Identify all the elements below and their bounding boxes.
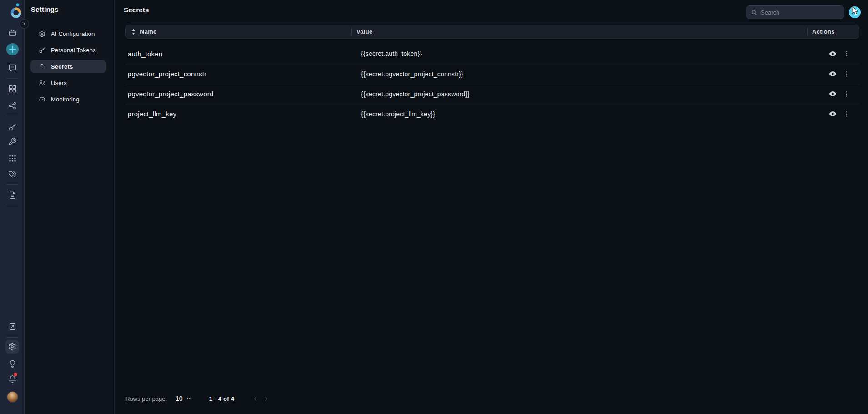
chat-icon[interactable]: [0, 62, 25, 73]
sidebar-item-label: Secrets: [51, 63, 73, 70]
notification-badge: [14, 373, 17, 376]
settings-gear-icon[interactable]: [0, 340, 25, 354]
eye-icon[interactable]: [828, 90, 837, 98]
tags-icon[interactable]: [0, 168, 25, 179]
briefcase-icon[interactable]: [0, 27, 25, 38]
secret-value-cell: {{secret.pgvector_project_connstr}}: [351, 70, 806, 78]
rows-per-page-value: 10: [176, 395, 183, 402]
kebab-menu-icon[interactable]: [843, 70, 850, 78]
gauge-icon: [39, 96, 45, 103]
avatar: [7, 391, 18, 403]
secret-name-cell: pgvector_project_password: [125, 90, 351, 98]
key-icon: [39, 47, 45, 54]
sidebar-item-users[interactable]: Users: [30, 76, 106, 89]
chevron-left-icon: [252, 395, 259, 402]
chevron-down-icon: [186, 396, 191, 401]
wrench-icon[interactable]: [0, 136, 25, 147]
sidebar-item-label: AI Configuration: [51, 30, 95, 37]
pagination-range: 1 - 4 of 4: [209, 395, 235, 402]
search-box: [746, 5, 844, 19]
row-actions: [806, 110, 859, 118]
users-icon: [39, 80, 45, 86]
icon-rail: [0, 0, 25, 414]
sidebar-item-personal-tokens[interactable]: Personal Tokens: [30, 44, 106, 56]
row-actions: [806, 50, 859, 58]
sidebar-item-label: Users: [51, 80, 67, 86]
secret-name-cell: project_llm_key: [125, 110, 351, 118]
user-avatar[interactable]: [849, 6, 861, 18]
book-import-icon[interactable]: [0, 321, 25, 332]
sidebar-item-monitoring[interactable]: Monitoring: [30, 93, 106, 105]
row-actions: [806, 90, 859, 98]
app-logo-icon: [9, 3, 23, 20]
column-header-name[interactable]: Name: [126, 28, 351, 35]
gear-icon: [39, 30, 45, 37]
rail-divider: [6, 184, 18, 185]
secret-value-cell: {{secret.pgvector_project_password}}: [351, 90, 806, 98]
sidebar-item-label: Personal Tokens: [51, 47, 96, 54]
settings-selected-highlight: [5, 340, 19, 354]
kebab-menu-icon[interactable]: [843, 110, 850, 118]
secret-name-cell: auth_token: [125, 50, 351, 58]
key-icon[interactable]: [0, 121, 25, 132]
next-page-button[interactable]: [263, 395, 270, 402]
sidebar-item-ai-configuration[interactable]: AI Configuration: [30, 27, 106, 40]
table-row[interactable]: project_llm_key {{secret.project_llm_key…: [125, 104, 859, 124]
kebab-menu-icon[interactable]: [843, 50, 850, 57]
settings-title: Settings: [31, 5, 59, 13]
sidebar-item-secrets[interactable]: Secrets: [30, 60, 106, 73]
settings-sidebar: Settings AI Configuration Personal Token…: [25, 0, 115, 414]
notifications-bell-icon[interactable]: [0, 374, 25, 384]
lock-icon: [39, 63, 45, 70]
lightbulb-icon[interactable]: [0, 358, 25, 369]
search-icon: [751, 9, 757, 15]
chevron-right-icon: [22, 21, 27, 26]
secret-name-cell: pgvector_project_connstr: [125, 70, 351, 78]
rail-divider: [6, 115, 18, 115]
pagination-bar: Rows per page: 10 1 - 4 of 4: [125, 392, 270, 405]
rail-divider: [6, 78, 18, 79]
chevron-right-icon: [263, 395, 270, 402]
column-label: Actions: [812, 28, 835, 35]
table-body: auth_token {{secret.auth_token}} pgvecto…: [125, 44, 859, 124]
settings-nav-list: AI Configuration Personal Tokens Secrets…: [30, 27, 106, 109]
table-row[interactable]: auth_token {{secret.auth_token}}: [125, 44, 859, 64]
column-header-value: Value: [352, 28, 807, 35]
rail-user-avatar[interactable]: [0, 391, 25, 403]
column-label: Value: [356, 28, 372, 35]
sidebar-item-label: Monitoring: [51, 96, 80, 103]
page-title: Secrets: [124, 6, 149, 14]
rows-per-page-label: Rows per page:: [125, 395, 167, 402]
sidebar-expand-button[interactable]: [20, 19, 29, 29]
table-header: Name Value Actions: [125, 25, 859, 39]
row-actions: [806, 70, 859, 78]
table-row[interactable]: pgvector_project_connstr {{secret.pgvect…: [125, 64, 859, 84]
secret-value-cell: {{secret.auth_token}}: [351, 50, 806, 57]
apps-grid-icon[interactable]: [0, 153, 25, 164]
rows-per-page-select[interactable]: 10: [176, 395, 191, 402]
previous-page-button[interactable]: [252, 395, 259, 402]
file-icon[interactable]: [0, 190, 25, 200]
sort-icon[interactable]: [131, 29, 135, 35]
main-content: Secrets Name Value Actions auth_token {{…: [115, 0, 868, 414]
search-input[interactable]: [761, 9, 839, 16]
add-button[interactable]: [0, 42, 25, 56]
app-window: Settings AI Configuration Personal Token…: [0, 0, 868, 414]
secret-value-cell: {{secret.project_llm_key}}: [351, 110, 806, 118]
eye-icon[interactable]: [828, 110, 837, 118]
column-label: Name: [140, 28, 157, 35]
eye-icon[interactable]: [828, 50, 837, 58]
rail-divider: [6, 205, 18, 205]
table-row[interactable]: pgvector_project_password {{secret.pgvec…: [125, 84, 859, 104]
kebab-menu-icon[interactable]: [843, 90, 850, 98]
rail-divider: [6, 337, 18, 338]
eye-icon[interactable]: [828, 70, 837, 78]
dashboard-icon[interactable]: [0, 83, 25, 94]
column-header-actions: Actions: [808, 28, 859, 35]
share-icon[interactable]: [0, 100, 25, 111]
